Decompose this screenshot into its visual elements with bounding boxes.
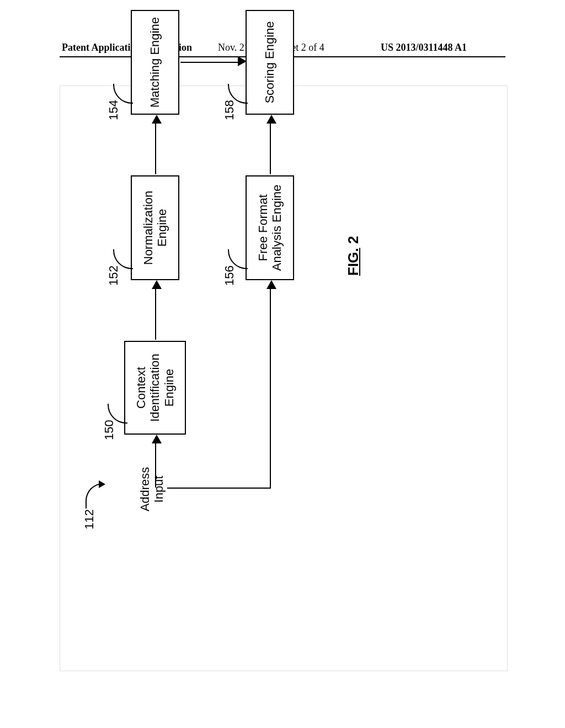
block-scoring-label: Scoring Engine bbox=[263, 21, 276, 103]
figure-diagram: 112 Address Input Context Identification… bbox=[69, 0, 367, 540]
block-matching-label: Matching Engine bbox=[148, 17, 162, 108]
leader-112 bbox=[86, 483, 103, 508]
header-right: US 2013/0311448 A1 bbox=[381, 42, 467, 53]
arrow-matching-to-scoring bbox=[180, 62, 244, 63]
ref-152: 152 bbox=[106, 265, 121, 286]
block-normalization-engine: Normalization Engine bbox=[131, 175, 179, 280]
arrow-input-to-context bbox=[155, 437, 156, 488]
branch-down bbox=[187, 488, 270, 489]
address-input-label: Address Input bbox=[138, 459, 166, 520]
arrow-free-to-scoring bbox=[270, 117, 271, 174]
figure-caption-num: 2 bbox=[345, 236, 361, 248]
arrow-input-to-free bbox=[270, 282, 271, 301]
arrow-normalize-to-matching bbox=[155, 117, 156, 174]
block-context-identification-engine: Context Identification Engine bbox=[124, 341, 186, 435]
ref-154: 154 bbox=[106, 100, 121, 120]
ref-112: 112 bbox=[82, 509, 97, 529]
arrow-context-to-normalize bbox=[155, 282, 156, 340]
ref-156: 156 bbox=[222, 265, 237, 286]
figure-rotation-wrapper: 112 Address Input Context Identification… bbox=[69, 110, 499, 540]
ref-150: 150 bbox=[102, 420, 116, 440]
figure-caption: FIG. 2 bbox=[345, 236, 362, 276]
block-free-format-analysis-engine: Free Format Analysis Engine bbox=[246, 175, 294, 280]
block-free-label: Free Format Analysis Engine bbox=[256, 180, 284, 276]
address-input-tick bbox=[167, 488, 187, 489]
block-normalize-label: Normalization Engine bbox=[141, 180, 169, 276]
block-context-label: Context Identification Engine bbox=[134, 345, 176, 430]
block-matching-engine: Matching Engine bbox=[131, 10, 179, 115]
figure-caption-prefix: FIG. bbox=[345, 248, 361, 276]
branch-across bbox=[270, 301, 271, 489]
ref-158: 158 bbox=[222, 100, 237, 120]
block-scoring-engine: Scoring Engine bbox=[246, 10, 294, 115]
